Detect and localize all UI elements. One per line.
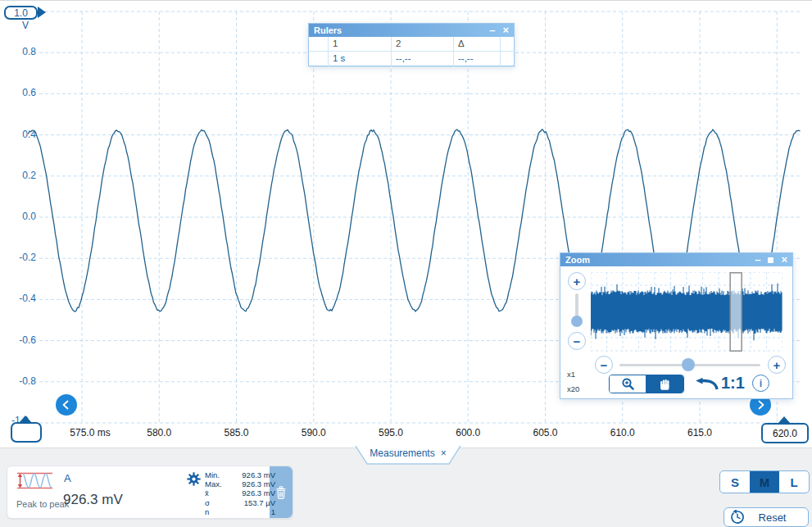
zoom-overview-plot[interactable] [591, 272, 783, 352]
rulers-row-handle[interactable] [309, 52, 329, 67]
zoom-ratio-label[interactable]: 1:1 [721, 374, 745, 393]
vertical-zoom-slider-handle[interactable] [571, 316, 583, 327]
measurements-tab-label: Measurements [370, 447, 434, 459]
rulers-row-spacer [501, 52, 515, 67]
x-tick-label: 580.0 [126, 427, 192, 438]
y-tick-label: 0.0 [3, 211, 36, 222]
stat-row-max: Max.926.3 mV [205, 479, 275, 488]
stat-row-mean: x̄926.3 mV [205, 488, 275, 497]
rulers-header-delta: Δ [454, 37, 501, 52]
vertical-zoom-out-button[interactable]: − [568, 332, 586, 350]
rulers-panel: Rulers – × 1 2 Δ 1 s --,-- --,-- [308, 23, 515, 66]
y-axis-marker-arrow-icon [38, 7, 46, 18]
trace-size-switch: S M L [719, 470, 810, 493]
magnifier-icon [621, 377, 635, 391]
y-tick-label: -0.4 [3, 293, 36, 304]
rulers-header-corner [309, 37, 329, 52]
minimize-icon[interactable]: – [755, 256, 760, 264]
trash-icon [275, 486, 287, 499]
undo-zoom-icon[interactable] [694, 378, 719, 394]
x-tick-label: 595.0 [358, 427, 424, 438]
rulers-value-delta: --,-- [454, 52, 501, 67]
y-tick-label: 0.4 [3, 129, 36, 140]
stat-row-sigma: σ153.7 µV [205, 498, 275, 507]
pan-mode-button[interactable] [646, 375, 683, 393]
zoom-title: Zoom [565, 255, 755, 265]
chevron-right-icon [754, 398, 767, 411]
measurement-stats: Min.926.3 mV Max.926.3 mV x̄926.3 mV σ15… [205, 470, 275, 516]
rulers-title: Rulers [314, 25, 489, 35]
bottom-bar: Measurements× A [0, 447, 812, 527]
x-tick-label: 615.0 [667, 427, 733, 438]
rulers-header-2: 2 [392, 37, 454, 52]
horizontal-zoom-in-button[interactable]: + [768, 356, 786, 374]
rulers-header-spacer [501, 37, 515, 52]
rulers-header-1: 1 [329, 37, 392, 52]
size-option-medium[interactable]: M [750, 471, 779, 493]
rulers-value-2: --,-- [392, 52, 454, 67]
minimize-icon[interactable]: – [489, 26, 495, 34]
stat-row-min: Min.926.3 mV [205, 470, 275, 479]
rulers-titlebar[interactable]: Rulers – × [309, 24, 514, 37]
reset-button[interactable]: Reset [724, 507, 809, 527]
measurement-card[interactable]: A [7, 466, 293, 519]
horizontal-zoom-out-button[interactable]: − [595, 356, 613, 374]
vertical-zoom-in-button[interactable]: + [568, 272, 586, 290]
measurement-quantity-label: Peak to peak [16, 499, 69, 509]
zoom-panel: Zoom – × + − − + x1 x20 [560, 252, 793, 399]
measurements-tab-text: Measurements× [355, 447, 461, 459]
peak-to-peak-icon [15, 470, 54, 495]
y-tick-label: -0.6 [3, 334, 36, 346]
x-tick-label: 605.0 [513, 427, 578, 438]
info-icon[interactable]: i [752, 375, 769, 392]
close-icon[interactable]: × [502, 26, 509, 34]
x-axis-max-value: 620.0 [773, 428, 797, 439]
chevron-left-icon [60, 398, 73, 411]
x-axis-max-marker-arrow-icon [778, 416, 791, 424]
history-icon [730, 510, 745, 525]
channel-label: A [64, 472, 71, 484]
gear-icon[interactable] [187, 472, 201, 489]
stat-row-n: n1 [205, 507, 275, 516]
tab-close-icon[interactable]: × [441, 447, 447, 459]
x-tick-label: 585.0 [204, 427, 270, 438]
magnify-mode-button[interactable] [610, 375, 646, 393]
x-tick-label: 610.0 [590, 427, 655, 438]
x-axis-min-handle[interactable] [11, 422, 42, 443]
x-tick-label: 590.0 [281, 427, 347, 438]
x-axis-max-handle[interactable]: 620.0 [761, 423, 809, 443]
zoom-factor-x20-label: x20 [567, 384, 579, 393]
zoom-factor-x1-label: x1 [567, 370, 575, 379]
zoom-mode-switch [609, 375, 684, 393]
rulers-table: 1 2 Δ 1 s --,-- --,-- [309, 37, 514, 67]
y-tick-label: -0.2 [3, 252, 36, 263]
y-tick-label: 0.6 [3, 87, 36, 98]
y-axis-max-value: 1.0 [14, 7, 28, 19]
hand-icon [659, 378, 671, 391]
oscilloscope-app: 0.80.60.40.20.0-0.2-0.4-0.6-0.8575.0 ms5… [0, 0, 812, 527]
y-axis-unit: V [18, 20, 33, 31]
size-option-small[interactable]: S [720, 471, 750, 493]
pan-left-button[interactable] [56, 394, 77, 416]
measurement-card-content: A [7, 466, 270, 518]
rulers-value-1: 1 s [329, 52, 392, 67]
x-tick-label: 575.0 ms [57, 427, 123, 438]
x-axis-min-marker-arrow-icon [19, 416, 32, 423]
zoom-titlebar[interactable]: Zoom – × [560, 253, 792, 266]
y-axis-max-handle[interactable]: 1.0 [4, 6, 38, 20]
y-tick-label: 0.8 [3, 46, 36, 57]
measurements-tab[interactable]: Measurements× [355, 446, 461, 465]
maximize-icon[interactable] [768, 257, 773, 263]
y-tick-label: 0.2 [3, 170, 36, 181]
size-option-large[interactable]: L [779, 471, 809, 493]
measurement-value: 926.3 mV [63, 492, 123, 508]
close-icon[interactable]: × [781, 256, 787, 264]
x-tick-label: 600.0 [435, 427, 501, 438]
horizontal-zoom-slider-handle[interactable] [682, 358, 695, 371]
reset-button-label: Reset [745, 511, 808, 524]
y-tick-label: -0.8 [3, 375, 36, 387]
